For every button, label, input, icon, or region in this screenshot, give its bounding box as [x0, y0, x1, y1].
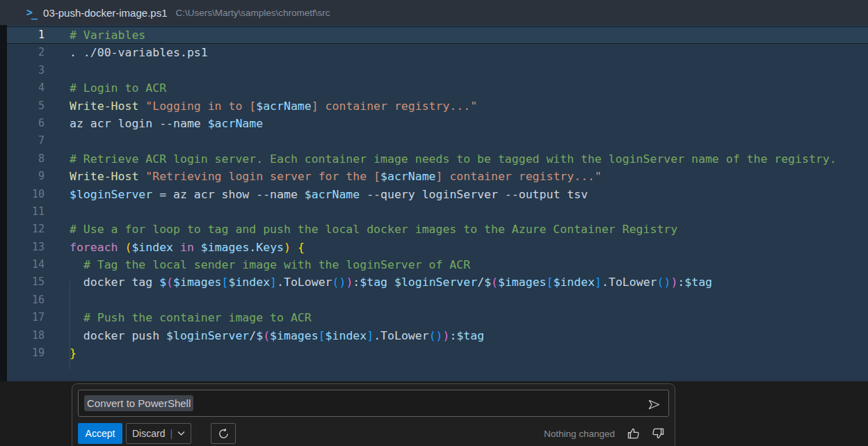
token-string: "Logging in to [	[145, 99, 256, 113]
line-number: 17	[7, 309, 45, 326]
window-title-filename: 03-push-docker-image.ps1	[43, 7, 167, 19]
chat-input-text: Convert to PowerShell	[84, 395, 193, 411]
code-line[interactable]: 6az acr login --name $acrName	[7, 115, 868, 132]
token-b3: )	[436, 329, 443, 342]
token-b3: (	[332, 276, 339, 289]
token-variable: $index	[326, 329, 367, 342]
code-line[interactable]: 5Write-Host "Logging in to [$acrName] co…	[7, 97, 868, 115]
code-line[interactable]: 18 docker push $loginServer/$($images[$i…	[7, 327, 868, 344]
thumbs-up-button[interactable]	[626, 426, 641, 441]
token-b2: )	[670, 276, 677, 289]
token-plain	[118, 241, 125, 254]
token-b2: )	[346, 276, 353, 289]
token-keyword: in	[180, 241, 194, 254]
token-variable: Keys	[256, 241, 284, 254]
line-number: 5	[7, 97, 45, 115]
token-variable: $index	[229, 276, 271, 289]
thumbs-up-icon	[627, 427, 641, 440]
token-b3: [	[222, 276, 229, 289]
token-b3: (	[657, 276, 664, 289]
token-plain: az acr login --name	[70, 117, 208, 130]
token-plain	[387, 276, 394, 289]
code-line[interactable]: 12# Use a for loop to tag and push the l…	[7, 221, 868, 238]
discard-label: Discard	[132, 428, 165, 439]
code-line[interactable]: 3	[7, 62, 868, 79]
code-line[interactable]: 9Write-Host "Retrieving login server for…	[7, 168, 868, 185]
code-line[interactable]: 11	[7, 203, 868, 221]
token-b3: ]	[367, 329, 373, 342]
token-keyword: foreach	[70, 241, 118, 254]
line-number: 8	[7, 150, 45, 168]
code-line[interactable]: 10$loginServer = az acr show --name $acr…	[7, 186, 868, 203]
token-plain	[70, 258, 83, 271]
token-variable: $tag	[684, 276, 712, 289]
token-b2: )	[443, 329, 450, 342]
token-b3: )	[339, 276, 346, 289]
line-number: 12	[7, 221, 45, 238]
chat-input[interactable]: Convert to PowerShell	[78, 390, 669, 417]
token-string: ] container registry..."	[312, 99, 477, 113]
code-text: Write-Host "Logging in to [$acrName] con…	[70, 97, 477, 115]
code-line[interactable]: 14 # Tag the local sender image with the…	[7, 256, 868, 273]
token-b2: (	[263, 329, 270, 342]
code-text: foreach ($index in $images.Keys) {	[70, 239, 305, 256]
button-divider: |	[170, 428, 172, 439]
code-line[interactable]: 15 docker tag $($images[$index].ToLower(…	[7, 273, 868, 291]
code-text: # Use a for loop to tag and push the loc…	[70, 221, 677, 238]
token-b2: (	[166, 276, 173, 289]
token-variable: $images	[201, 241, 250, 254]
discard-split-button[interactable]: Discard |	[126, 423, 191, 444]
code-lines: 1# Variables2. ./00-variables.ps134# Log…	[7, 26, 868, 381]
token-comment: # Use a for loop to tag and push the loc…	[70, 223, 677, 236]
line-number: 14	[7, 256, 45, 273]
token-variable: $tag	[456, 329, 484, 342]
code-text: # Variables	[70, 26, 145, 44]
token-comment: # Tag the local sender image with the lo…	[83, 258, 470, 271]
token-plain	[173, 241, 180, 254]
code-line[interactable]: 2. ./00-variables.ps1	[7, 44, 868, 61]
token-comment: # Variables	[70, 29, 145, 42]
code-line[interactable]: 16	[7, 292, 868, 309]
line-number: 2	[7, 44, 45, 61]
code-line[interactable]: 19}	[7, 344, 868, 362]
token-variable: $tag	[360, 276, 387, 289]
chat-actions-bar: Accept Discard | Nothing changed	[78, 423, 669, 444]
rerun-button[interactable]	[211, 423, 236, 444]
refresh-icon	[218, 428, 230, 440]
line-number: 9	[7, 168, 45, 185]
line-number: 11	[7, 203, 45, 221]
token-string: "Retrieving login server for the [	[145, 170, 380, 183]
window-title-path: C:\Users\Marty\samples\chrometf\src	[176, 8, 330, 18]
code-editor: 1# Variables2. ./00-variables.ps134# Log…	[0, 25, 868, 381]
code-text: Write-Host "Retrieving login server for …	[70, 168, 602, 185]
token-plain: /	[477, 276, 484, 289]
line-number: 16	[7, 292, 45, 309]
token-comment: # Login to ACR	[70, 81, 166, 95]
token-b3: [	[547, 276, 554, 289]
code-text: # Retrieve ACR login server. Each contai…	[70, 150, 837, 168]
token-plain: /	[249, 329, 256, 342]
token-variable: $loginServer	[70, 188, 152, 201]
token-b2: (	[491, 276, 498, 289]
code-line[interactable]: 13foreach ($index in $images.Keys) {	[7, 239, 868, 256]
line-number: 3	[7, 62, 45, 79]
token-plain	[70, 311, 83, 324]
line-number: 10	[7, 186, 45, 203]
token-cmdlet: Write-Host	[70, 170, 138, 183]
token-plain: . ./00-variables.ps1	[70, 46, 208, 59]
code-line[interactable]: 7	[7, 132, 868, 150]
code-line[interactable]: 4# Login to ACR	[7, 79, 868, 97]
line-number: 7	[7, 132, 45, 150]
token-variable: $images	[173, 276, 222, 289]
code-line[interactable]: 17 # Push the container image to ACR	[7, 309, 868, 326]
code-text: az acr login --name $acrName	[70, 115, 263, 132]
send-button[interactable]	[646, 397, 661, 412]
accept-button[interactable]: Accept	[78, 423, 122, 444]
chevron-down-icon[interactable]	[177, 431, 185, 436]
code-line[interactable]: 8# Retrieve ACR login server. Each conta…	[7, 150, 868, 168]
token-b3: [	[319, 329, 326, 342]
line-number: 1	[7, 26, 45, 44]
thumbs-down-button[interactable]	[650, 426, 666, 441]
code-line[interactable]: 1# Variables	[7, 26, 868, 44]
token-b1: }	[70, 347, 77, 360]
